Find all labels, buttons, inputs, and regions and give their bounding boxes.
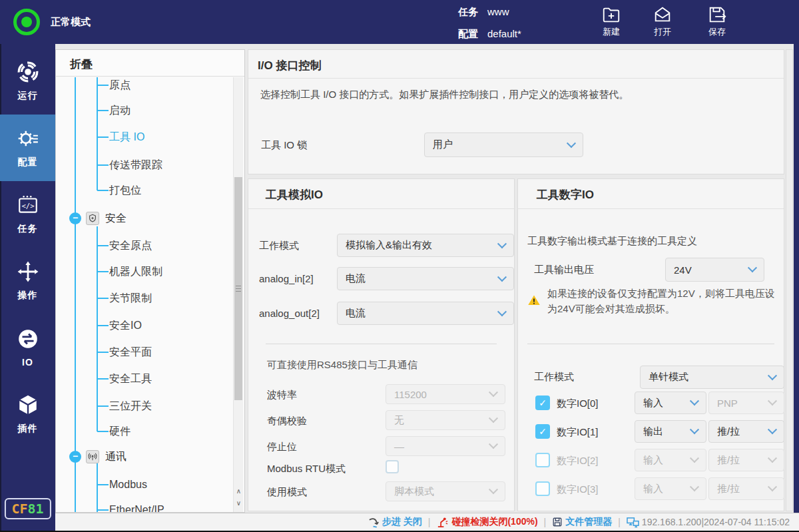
- network-status: 192.168.1.200|2024-07-04 11:15:02: [627, 517, 790, 528]
- sidebar-item-config[interactable]: 配置: [0, 115, 55, 181]
- tool-digital-io-section: 工具数字IO 工具数字输出模式基于连接的工具定义 工具输出电压 24V 如果连接…: [517, 178, 784, 511]
- sidebar-item-plugin[interactable]: 插件: [0, 381, 55, 447]
- analog-in-label: analog_in[2]: [259, 273, 314, 284]
- tree-item-safe-tool[interactable]: 安全工具: [109, 372, 152, 386]
- tree-item-conveyor[interactable]: 传送带跟踪: [109, 158, 162, 172]
- selected-value: 24V: [674, 264, 692, 276]
- divider: [266, 344, 497, 344]
- tree-item-packing[interactable]: 打包位: [109, 183, 141, 198]
- antenna-icon: [86, 450, 99, 463]
- chevron-down-icon: [748, 263, 757, 272]
- tree-item-safe-io[interactable]: 安全IO: [109, 318, 142, 333]
- analog-out-select[interactable]: 电流: [337, 302, 514, 325]
- collapse-node-button[interactable]: −: [69, 212, 81, 224]
- digital-io-3-checkbox[interactable]: [535, 481, 550, 496]
- tree-branch: [97, 298, 109, 299]
- chevron-down-icon: [497, 239, 507, 248]
- digital-io-1-type-select[interactable]: 推/拉: [708, 420, 784, 443]
- modbus-rtu-checkbox[interactable]: [386, 460, 399, 473]
- shield-icon: [86, 212, 99, 225]
- sidebar-item-run[interactable]: 运行: [0, 48, 55, 115]
- main-scrollbar[interactable]: [786, 49, 793, 511]
- tree-item-origin[interactable]: 原点: [109, 78, 131, 93]
- separator: |: [544, 517, 547, 527]
- sidebar-item-label: 配置: [18, 156, 38, 168]
- digital-work-mode-label: 工作模式: [534, 371, 574, 384]
- network-monitors-icon: [627, 517, 639, 528]
- tree-item-hardware[interactable]: 硬件: [109, 424, 131, 439]
- baud-rate-label: 波特率: [267, 389, 297, 401]
- sidebar-item-task[interactable]: </> 任务: [0, 181, 55, 248]
- divider: [527, 344, 774, 344]
- selected-value: 推/拉: [717, 483, 740, 495]
- digital-io-3-type-select: 推/拉: [708, 477, 784, 500]
- tree-item-modbus[interactable]: Modbus: [109, 477, 147, 492]
- stop-bit-label: 停止位: [267, 441, 297, 453]
- tree-item-three-switch[interactable]: 三位开关: [109, 399, 152, 413]
- collapse-node-button[interactable]: −: [69, 451, 81, 463]
- digital-work-mode-select[interactable]: 单针模式: [640, 366, 784, 389]
- file-manager-button[interactable]: 文件管理器: [552, 516, 612, 528]
- mode-label: 正常模式: [51, 16, 91, 29]
- tree-line: [97, 77, 98, 190]
- section-title: 工具数字IO: [537, 187, 594, 202]
- new-button[interactable]: 新建: [590, 5, 633, 38]
- sidebar-item-label: 运行: [18, 90, 38, 102]
- analog-in-select[interactable]: 电流: [337, 267, 514, 290]
- tree-item-safe-plane[interactable]: 安全平面: [109, 345, 152, 360]
- stop-bit-select: —: [386, 436, 505, 456]
- sidebar-item-operate[interactable]: 操作: [0, 248, 55, 314]
- digital-io-1-direction-select[interactable]: 输出: [635, 420, 706, 443]
- io-interface-control-section: I/O 接口控制 选择控制工具 I/O 接口的方式。如果扩展插件控制接口，用户定…: [248, 49, 784, 174]
- tree-item-ethernet-ip[interactable]: EtherNet/IP: [109, 503, 164, 513]
- selected-value: 脚本模式: [394, 485, 434, 498]
- tool-analog-io-section: 工具模拟IO 工作模式 模拟输入&输出有效 analog_in[2] 电流 an…: [248, 178, 515, 511]
- digital-io-2-checkbox[interactable]: [535, 453, 550, 467]
- analog-work-mode-select[interactable]: 模拟输入&输出有效: [337, 234, 514, 257]
- tree-scrollbar-thumb[interactable]: [234, 177, 242, 400]
- move-arrows-icon: [17, 260, 39, 286]
- section-description: 选择控制工具 I/O 接口的方式。如果扩展插件控制接口，用户定义的选项将被替代。: [260, 89, 629, 101]
- tree-item-startup[interactable]: 启动: [109, 103, 131, 118]
- digital-io-0-direction-select[interactable]: 输入: [635, 392, 706, 414]
- tree-branch: [97, 271, 109, 272]
- tree-item-tool-io[interactable]: 工具 IO: [109, 130, 144, 144]
- collision-detect-toggle[interactable]: 碰撞检测关闭(100%): [436, 516, 537, 529]
- baud-rate-select: 115200: [386, 384, 505, 404]
- tree-branch: [97, 352, 109, 353]
- tree-item-safety[interactable]: 安全: [105, 211, 127, 226]
- voltage-select[interactable]: 24V: [665, 258, 764, 282]
- sidebar-item-io[interactable]: IO: [0, 314, 55, 381]
- tree-item-joint-limit[interactable]: 关节限制: [109, 291, 152, 306]
- tree-item-communication[interactable]: 通讯: [105, 449, 127, 464]
- mode-status-icon: [13, 9, 40, 35]
- use-mode-label: 使用模式: [267, 486, 307, 499]
- gear-icon: [17, 127, 39, 152]
- tool-io-lock-select[interactable]: 用户: [424, 133, 583, 157]
- tree-item-robot-limit[interactable]: 机器人限制: [109, 264, 162, 279]
- tree-branch: [97, 85, 109, 86]
- tree-item-safe-home[interactable]: 安全原点: [109, 238, 152, 253]
- save-button[interactable]: 保存: [696, 5, 738, 38]
- divider: [248, 208, 514, 209]
- digital-io-0-checkbox[interactable]: ✓: [535, 396, 550, 410]
- selected-value: 用户: [433, 138, 453, 151]
- step-mode-toggle[interactable]: 步进 关闭: [368, 516, 422, 528]
- collapse-button[interactable]: 折叠: [70, 57, 93, 72]
- scroll-up-button[interactable]: ∧: [234, 486, 244, 497]
- open-button[interactable]: 打开: [641, 5, 684, 38]
- controller-badge: CF81: [4, 498, 51, 519]
- chevron-down-icon: [567, 138, 576, 148]
- digital-io-1-label: 数字IO[1]: [557, 426, 599, 439]
- chevron-down-icon: [768, 371, 777, 380]
- scroll-down-button[interactable]: ∨: [234, 498, 244, 509]
- digital-io-1-checkbox[interactable]: ✓: [535, 424, 550, 439]
- chevron-down-icon: [489, 413, 498, 423]
- use-mode-select: 脚本模式: [386, 481, 505, 501]
- top-bar: 正常模式 任务www 配置default* 新建 打开 保存: [0, 0, 799, 44]
- selected-value: PNP: [717, 398, 738, 409]
- chevron-down-icon: [489, 388, 498, 397]
- chevron-down-icon: [768, 425, 777, 434]
- task-row: 任务www: [458, 6, 509, 19]
- code-window-icon: </>: [17, 194, 39, 219]
